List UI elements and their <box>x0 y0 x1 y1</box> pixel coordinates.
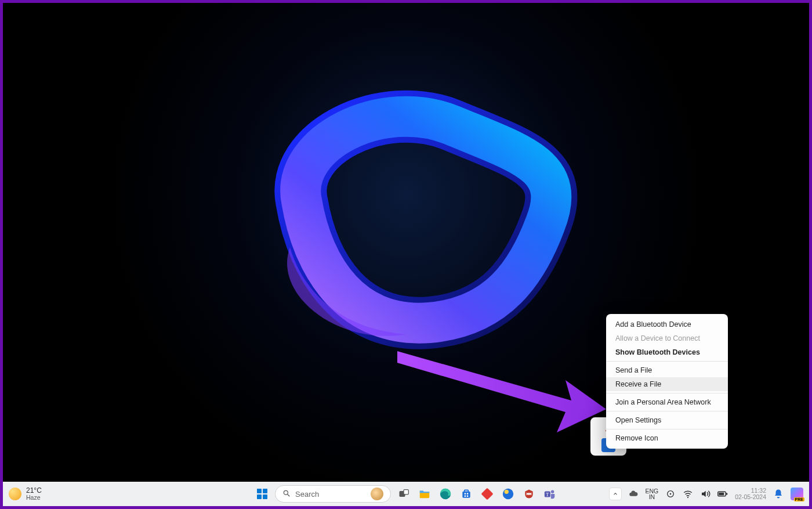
taskbar-widgets[interactable]: 21°C Haze <box>9 487 42 501</box>
onedrive-icon[interactable] <box>628 489 639 499</box>
edge-button[interactable] <box>437 486 454 502</box>
svg-point-1 <box>284 490 288 494</box>
taskbar-search[interactable]: Search <box>275 485 391 503</box>
search-art-icon <box>371 488 383 500</box>
network-extra-icon[interactable] <box>665 489 676 499</box>
menu-item-remove-icon[interactable]: Remove Icon <box>606 431 728 445</box>
clock-date: 02-05-2024 <box>735 494 766 500</box>
bluetooth-context-menu: Add a Bluetooth Device Allow a Device to… <box>606 314 728 449</box>
clock[interactable]: 11:32 02-05-2024 <box>735 488 766 500</box>
volume-icon[interactable] <box>700 489 710 499</box>
language-indicator[interactable]: ENG IN <box>646 488 659 500</box>
menu-separator <box>606 393 728 394</box>
svg-rect-22 <box>719 493 724 496</box>
svg-rect-8 <box>465 493 466 494</box>
weather-temp: 21°C <box>26 487 42 494</box>
app-icon-red[interactable] <box>479 486 495 502</box>
mcafee-button[interactable] <box>521 486 537 502</box>
svg-text:T: T <box>546 492 549 497</box>
menu-item-allow-connect: Allow a Device to Connect <box>606 331 728 345</box>
wifi-icon[interactable] <box>683 489 693 499</box>
menu-item-send-file[interactable]: Send a File <box>606 363 728 377</box>
menu-separator <box>606 411 728 411</box>
svg-rect-10 <box>465 496 466 497</box>
svg-point-14 <box>505 490 509 494</box>
battery-icon[interactable] <box>717 489 728 499</box>
svg-line-2 <box>288 494 290 496</box>
app-icon-globe[interactable] <box>500 486 516 502</box>
svg-rect-4 <box>404 490 408 494</box>
file-explorer-button[interactable] <box>416 486 433 502</box>
start-button[interactable] <box>254 486 270 502</box>
copilot-button[interactable] <box>791 488 803 500</box>
svg-rect-9 <box>467 493 469 494</box>
menu-item-open-settings[interactable]: Open Settings <box>606 413 728 427</box>
menu-separator <box>606 361 728 362</box>
wallpaper-graphic <box>220 73 592 363</box>
weather-condition: Haze <box>26 494 42 501</box>
svg-point-13 <box>503 489 513 499</box>
tray-overflow-button[interactable] <box>610 488 621 500</box>
svg-rect-12 <box>481 488 493 500</box>
teams-button[interactable]: T <box>542 486 558 502</box>
svg-rect-23 <box>726 493 727 495</box>
search-icon <box>282 489 291 499</box>
menu-separator <box>606 429 728 429</box>
menu-item-join-pan[interactable]: Join a Personal Area Network <box>606 395 728 409</box>
desktop[interactable]: Add a Bluetooth Device Allow a Device to… <box>3 3 809 482</box>
svg-point-20 <box>687 497 688 498</box>
menu-item-receive-file[interactable]: Receive a File <box>606 377 728 391</box>
menu-item-show-devices[interactable]: Show Bluetooth Devices <box>606 345 728 359</box>
windows-icon <box>257 489 267 499</box>
search-placeholder: Search <box>295 490 319 499</box>
svg-point-19 <box>670 493 672 495</box>
taskbar: 21°C Haze Search <box>3 482 809 506</box>
weather-icon <box>9 488 21 500</box>
svg-rect-7 <box>465 490 469 492</box>
menu-item-add-device[interactable]: Add a Bluetooth Device <box>606 317 728 331</box>
notifications-button[interactable] <box>773 489 784 499</box>
svg-rect-11 <box>467 496 469 497</box>
task-view-button[interactable] <box>396 486 412 502</box>
language-bottom: IN <box>646 494 659 500</box>
store-button[interactable] <box>458 486 474 502</box>
svg-point-17 <box>551 490 554 494</box>
